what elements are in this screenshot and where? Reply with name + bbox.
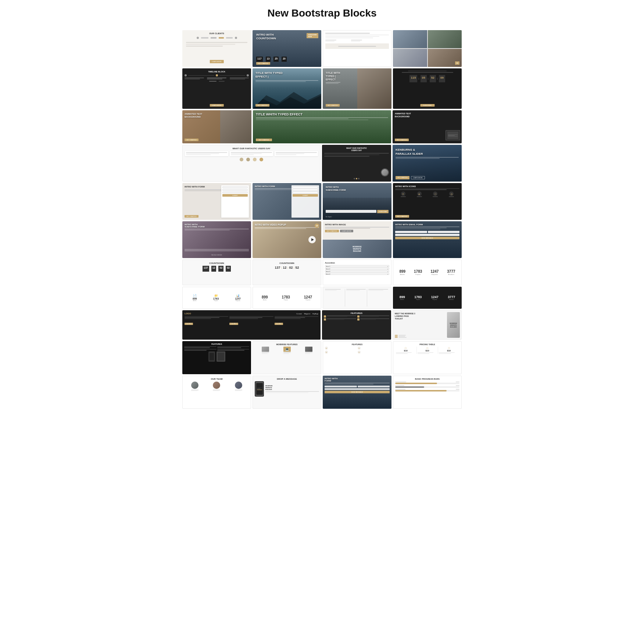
intro-image-block[interactable]: INTRO WITH IMAGE GET STARTED LEARN MORE … bbox=[323, 221, 391, 258]
final-form-btn[interactable]: SEND MESSAGE bbox=[325, 391, 390, 393]
subscribe-form-btn[interactable]: SUBSCRIBE bbox=[377, 210, 389, 213]
clients-button[interactable]: LEARN MORE bbox=[210, 60, 223, 63]
form-submit-btn[interactable]: SUBMIT bbox=[222, 194, 248, 197]
countdown-2-label: COUNTDOWN bbox=[255, 262, 319, 264]
intro-countdown-block[interactable]: INTRO WITHCOUNTDOWN SUBSCRIBENOW 117 : 1… bbox=[253, 30, 321, 67]
nav-dark-item-3[interactable]: HeyBugs bbox=[312, 313, 318, 315]
accordion-item-3[interactable]: Item 3+ bbox=[325, 270, 389, 272]
intro-subscribe-block[interactable]: INTRO WITHSUBSCRIBE FORM SUBSCRIBE No Sp… bbox=[323, 183, 391, 220]
nav-btn-1[interactable]: Learn More bbox=[185, 323, 193, 325]
nav-dark-logo: LOGO bbox=[185, 312, 191, 315]
accordion-item-1[interactable]: Item 1+ bbox=[325, 265, 389, 267]
intro-form-blurred-label: INTRO WITHSUBSCRIBE FORM bbox=[185, 223, 249, 228]
nav-dark-block[interactable]: LOGO Connect Waypoint HeyBugs Learn More bbox=[182, 310, 321, 340]
dark-countdown-block[interactable]: 115 : 05 : 52 : 09 SUBSCRIBE bbox=[393, 68, 462, 109]
timeline-block[interactable]: TIMELINE BLOCK LEARN MORE bbox=[182, 68, 251, 109]
form-blurred-name: NICOLE WOOD bbox=[211, 254, 222, 256]
animated-text-dark-label: ANIMATED TEXTBACKGROUND bbox=[395, 112, 459, 118]
animated-btn[interactable]: GET STARTED bbox=[185, 139, 198, 141]
nav-dark-item-2[interactable]: Waypoint bbox=[304, 313, 310, 315]
testimonials-dark-block[interactable]: WHAT OUR FANTASTICUSERS SAY bbox=[322, 145, 391, 182]
intro-subscribe-label: INTRO WITHSUBSCRIBE FORM bbox=[326, 186, 389, 192]
drop-message-label: DROP A MESSAGE bbox=[255, 378, 319, 380]
intro-form-light-block[interactable]: INTRO WITH FORM SUBMIT GET STARTED bbox=[182, 183, 251, 220]
animated-dark-btn[interactable]: GET STARTED bbox=[395, 139, 409, 141]
subscribe-button[interactable]: SUBSCRIBENOW bbox=[307, 33, 318, 38]
intro-form-blurred-block[interactable]: INTRO WITHSUBSCRIBE FORM NICOLE WOOD bbox=[182, 221, 251, 258]
countdown-timer-1: 117 : 13 : 25 : 20 bbox=[256, 57, 287, 62]
kenburns-label: KENBURNS &PARALLAX SLIDER bbox=[396, 148, 459, 156]
features-dark-block[interactable]: FEATURES bbox=[322, 310, 391, 340]
testimonials-label-2: WHAT OUR FANTASTICUSERS SAY bbox=[324, 147, 389, 151]
forest-btn[interactable]: GET STARTED bbox=[256, 139, 272, 141]
photo-label: 04 bbox=[455, 61, 459, 65]
intro-form-dark-block[interactable]: INTRO WITH FORM SUBMIT bbox=[253, 183, 321, 220]
intro-form-final-block[interactable]: INTRO WITHFORM SEND MESSAGE bbox=[323, 376, 391, 409]
photo-collage-block: 04 bbox=[393, 30, 462, 67]
our-team-block[interactable]: OUR TEAM bbox=[182, 376, 251, 409]
image-btn-1[interactable]: GET STARTED bbox=[325, 230, 339, 232]
intro-email-block[interactable]: INTRO WITH EMAIL FORM SEND MESSAGE bbox=[393, 221, 462, 258]
countdown-1-label: COUNTDOWN bbox=[185, 262, 248, 264]
countdown-btn-1[interactable]: GET STARTED bbox=[256, 62, 270, 65]
icons-btn[interactable]: GET STARTED bbox=[395, 215, 409, 218]
timeline-btn[interactable]: LEARN MORE bbox=[210, 104, 223, 107]
title-typed-2-label: TITLE WITHTYPED |EFFECT bbox=[326, 71, 340, 81]
kenburns-block[interactable]: KENBURNS &PARALLAX SLIDER GET STARTED LE… bbox=[393, 145, 462, 182]
stats-icons-block: 📄 899 Articles 📁 1783 Projects 📊 1247 Re… bbox=[182, 287, 251, 309]
kenburns-btn-2[interactable]: LEARN MORE bbox=[411, 176, 425, 179]
title-typed-forest-label: TITLE WHITH TYPED EFFECT bbox=[256, 112, 388, 116]
image-btn-2[interactable]: LEARN MORE bbox=[340, 230, 353, 232]
mobirise-features-block[interactable]: MOBIRISE FEATURES 💻 bbox=[253, 341, 321, 374]
title-typed-mountain[interactable]: TITLE WITH TYPEDEFFECT | GET STARTED bbox=[253, 68, 321, 109]
countdown-2-timer: 137 : 12 : 02 : 52 bbox=[255, 266, 319, 269]
nav-btn-2[interactable]: Learn More bbox=[229, 323, 238, 325]
accordion-label: Accordion bbox=[325, 262, 389, 264]
page-wrapper: New Bootstrap Blocks OUR CLIENTS LEARN M… bbox=[182, 7, 462, 410]
intro-image-label: INTRO WITH IMAGE bbox=[325, 223, 389, 226]
features-dark-phone[interactable]: FEATURES bbox=[182, 341, 251, 374]
mobirise-builder-text: MOBIRISEWEBSITEBUILDER bbox=[353, 246, 362, 252]
pricing-preview-label: PRICING TABLE bbox=[395, 343, 459, 346]
animated-text-olive[interactable]: ANIMATED TEXTBACKGROUND GET STARTED bbox=[182, 110, 251, 143]
form-submit-dark[interactable]: SUBMIT bbox=[293, 194, 318, 197]
no-spam-text: No Spam bbox=[326, 216, 332, 218]
countdown-1-block[interactable]: COUNTDOWN 137 : 12 : 02 : 02 bbox=[182, 260, 251, 285]
intro-video-label: INTRO WITH VIDEO POPUP bbox=[255, 223, 319, 226]
kenburns-btn-1[interactable]: GET STARTED bbox=[396, 176, 409, 179]
our-clients-block[interactable]: OUR CLIENTS LEARN MORE bbox=[182, 30, 251, 67]
meet-mobirise-block[interactable]: MEET THE MOBIRISE 3LANDING PAGETOOLKIT M… bbox=[393, 310, 462, 340]
nav-dark-item-1[interactable]: Connect bbox=[296, 313, 302, 315]
features-dark-label: FEATURES bbox=[324, 312, 389, 314]
testimonials-label-1: WHAT OUR FANTASTIC USERS SAY bbox=[185, 147, 318, 150]
our-clients-label: OUR CLIENTS bbox=[209, 32, 224, 35]
features-white-icons[interactable]: FEATURES ★ ★ ★ ★ bbox=[323, 341, 391, 374]
intro-form-final-label: INTRO WITHFORM bbox=[325, 378, 390, 382]
accordion-block[interactable]: Accordion Item 1+ Item 2+ Item 3+ Item 4… bbox=[323, 260, 391, 285]
numbers-block: 899 Articles 1783 Projects 1247 Requests… bbox=[393, 260, 462, 285]
title-typed-desk[interactable]: TITLE WITHTYPED |EFFECT GET STARTED bbox=[323, 68, 391, 109]
countdown-1-timer: 137 : 12 : 02 : 02 bbox=[185, 266, 248, 272]
accordion-item-2[interactable]: Item 2+ bbox=[325, 268, 389, 270]
testimonials-light-block[interactable]: WHAT OUR FANTASTIC USERS SAY bbox=[182, 145, 321, 182]
dark-countdown-btn[interactable]: SUBSCRIBE bbox=[420, 104, 434, 107]
typed-btn-2[interactable]: GET STARTED bbox=[326, 104, 340, 107]
typed-btn-1[interactable]: GET STARTED bbox=[255, 104, 269, 107]
intro-video-block[interactable]: INTRO WITH VIDEO POPUP 18 bbox=[253, 221, 321, 258]
intro-icons-block[interactable]: INTRO WITH ICONS ✦ ◈ ⬡ ◎ bbox=[393, 183, 462, 220]
our-team-label: OUR TEAM bbox=[185, 378, 249, 380]
pricing-table-preview[interactable]: PRICING TABLE ⬡ $10 ⬡ $10 ⬡ $10 bbox=[393, 341, 462, 374]
animated-text-dark[interactable]: ANIMATED TEXTBACKGROUND GET STARTED bbox=[393, 110, 462, 143]
drop-message-block[interactable]: DROP A MESSAGE MOBIRISEWEBSITEBUILDER bbox=[253, 376, 321, 409]
title-typed-forest[interactable]: TITLE WHITH TYPED EFFECT GET STARTED bbox=[253, 110, 391, 143]
accordion-item-4[interactable]: Item 4+ bbox=[325, 273, 389, 275]
timeline-label: TIMELINE BLOCK bbox=[185, 71, 249, 73]
nav-btn-3[interactable]: Learn More bbox=[275, 323, 283, 325]
countdown-2-block[interactable]: COUNTDOWN 137 : 12 : 02 : 52 bbox=[253, 260, 321, 285]
email-form-btn[interactable]: SEND MESSAGE bbox=[395, 237, 459, 239]
features-white-label: FEATURES bbox=[325, 343, 389, 346]
features-phone-label: FEATURES bbox=[184, 343, 249, 345]
progress-label: Basic Progress Bars bbox=[395, 378, 459, 380]
intro-form-light-btn[interactable]: GET STARTED bbox=[185, 215, 198, 218]
title-typed-1-label: TITLE WITH TYPEDEFFECT | bbox=[255, 71, 318, 79]
